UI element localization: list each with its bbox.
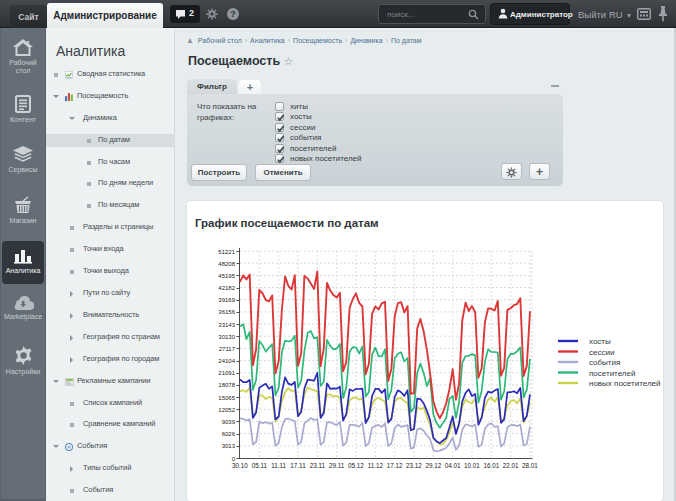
svg-text:6026: 6026 — [222, 431, 236, 437]
svg-text:05.12: 05.12 — [348, 462, 364, 469]
svg-text:36156: 36156 — [218, 309, 235, 315]
svg-text:51221: 51221 — [218, 249, 235, 255]
svg-text:15065: 15065 — [218, 395, 235, 401]
svg-text:22.01: 22.01 — [503, 462, 519, 469]
svg-text:30.10: 30.10 — [232, 462, 248, 469]
svg-text:04.01: 04.01 — [445, 462, 461, 469]
svg-text:48208: 48208 — [218, 261, 235, 267]
svg-text:39169: 39169 — [218, 297, 235, 303]
svg-text:3013: 3013 — [222, 443, 236, 449]
svg-text:хосты: хосты — [589, 337, 611, 346]
svg-text:21091: 21091 — [218, 370, 235, 376]
svg-text:29.12: 29.12 — [425, 462, 441, 469]
svg-text:33143: 33143 — [218, 322, 235, 328]
svg-text:события: события — [589, 358, 620, 367]
svg-text:30130: 30130 — [218, 334, 235, 340]
svg-text:24104: 24104 — [218, 358, 235, 364]
svg-text:9039: 9039 — [222, 419, 236, 425]
svg-text:10.01: 10.01 — [464, 462, 480, 469]
svg-text:16.01: 16.01 — [483, 462, 499, 469]
svg-text:12052: 12052 — [218, 407, 235, 413]
svg-text:0: 0 — [232, 456, 236, 462]
svg-text:45195: 45195 — [218, 273, 235, 279]
svg-text:29.11: 29.11 — [329, 462, 345, 469]
svg-text:посетителей: посетителей — [589, 369, 635, 378]
svg-text:27117: 27117 — [219, 346, 236, 352]
svg-text:11.12: 11.12 — [368, 462, 384, 469]
svg-text:23.11: 23.11 — [310, 462, 326, 469]
svg-text:17.11: 17.11 — [290, 462, 306, 469]
svg-text:17.12: 17.12 — [387, 462, 403, 469]
svg-text:18078: 18078 — [218, 382, 235, 388]
svg-text:11.11: 11.11 — [271, 462, 286, 469]
svg-text:сессии: сессии — [589, 348, 614, 357]
svg-text:23.12: 23.12 — [406, 462, 422, 469]
svg-text:42182: 42182 — [218, 285, 235, 291]
svg-text:28.01: 28.01 — [522, 462, 538, 469]
svg-text:05.11: 05.11 — [252, 462, 268, 469]
svg-text:новых посетителей: новых посетителей — [589, 379, 661, 388]
